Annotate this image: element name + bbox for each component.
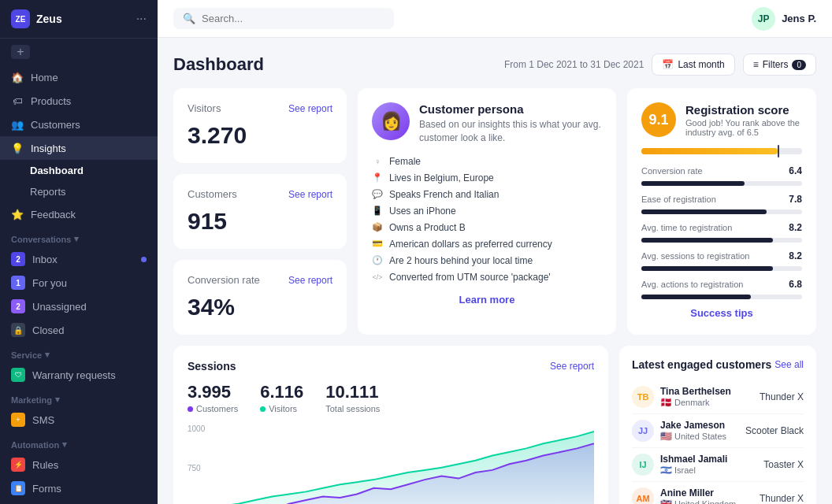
- metric-bar-fill: [641, 181, 745, 186]
- home-icon: 🏠: [11, 71, 24, 83]
- sidebar-item-label: Rules: [32, 459, 58, 471]
- overall-score-fill: [641, 148, 778, 154]
- trait-currency: 💳 American dollars as preferred currency: [372, 239, 602, 250]
- flag-icon: 🇺🇸: [660, 431, 672, 442]
- page-title: Dashboard: [173, 54, 264, 75]
- customer-info: JJ Jake Jameson 🇺🇸United States: [632, 420, 726, 442]
- trait-text: Lives in Belgium, Europe: [389, 172, 494, 183]
- sidebar-item-feedback[interactable]: ⭐ Feedback: [0, 202, 158, 226]
- visitors-stat-label: Visitors: [260, 404, 303, 413]
- conversion-label: Conversion rate: [188, 274, 260, 286]
- sidebar-item-home[interactable]: 🏠 Home: [0, 65, 158, 89]
- subnav-label: Dashboard: [30, 165, 84, 176]
- dashboard-controls: From 1 Dec 2021 to 31 Dec 2021 📅 Last mo…: [504, 54, 816, 76]
- score-metric-row: Avg. actions to registration 6.8: [641, 279, 802, 299]
- customers-label: Customers: [188, 188, 237, 200]
- customers-dot: [188, 406, 193, 412]
- sessions-see-report-link[interactable]: See report: [550, 361, 594, 372]
- topbar: 🔍 JP Jens P.: [158, 0, 832, 38]
- conversations-section-label: Conversations ▾: [0, 226, 158, 247]
- sidebar-item-label: Unassigned: [32, 301, 87, 313]
- sidebar-subnav-dashboard[interactable]: Dashboard: [0, 160, 158, 181]
- inbox-icon: 2: [11, 252, 25, 266]
- sidebar-item-inbox[interactable]: 2 Inbox: [0, 247, 158, 271]
- search-input[interactable]: [202, 13, 384, 24]
- metric-label: Ease of registration: [641, 195, 716, 204]
- sidebar-item-rules[interactable]: ⚡ Rules: [0, 453, 158, 476]
- score-metric-row: Ease of registration 7.8: [641, 194, 802, 214]
- customer-name: Ishmael Jamali: [660, 454, 727, 465]
- timezone-icon: 🕐: [372, 255, 383, 266]
- conversion-see-report-link[interactable]: See report: [288, 275, 332, 286]
- sidebar-item-customers[interactable]: 👥 Customers: [0, 113, 158, 136]
- see-all-link[interactable]: See all: [774, 359, 804, 370]
- chart-y-label-1000: 1000: [188, 424, 205, 433]
- list-item[interactable]: IJ Ishmael Jamali 🇮🇱Israel Toaster X: [632, 448, 804, 482]
- add-button[interactable]: +: [11, 45, 30, 59]
- feedback-icon: ⭐: [11, 208, 24, 220]
- customers-card: Customers See report 915: [173, 174, 347, 249]
- rules-icon: ⚡: [11, 458, 25, 472]
- sidebar-subnav-reports[interactable]: Reports: [0, 181, 158, 202]
- sidebar-item-warranty[interactable]: 🛡 Warranty requests: [0, 363, 158, 387]
- success-tips-link[interactable]: Success tips: [690, 307, 753, 319]
- more-options-icon[interactable]: ···: [136, 12, 147, 26]
- visitors-see-report-link[interactable]: See report: [288, 103, 332, 114]
- sidebar-item-insights[interactable]: 💡 Insights: [0, 136, 158, 160]
- sidebar-item-products[interactable]: 🏷 Products: [0, 89, 158, 113]
- list-item[interactable]: JJ Jake Jameson 🇺🇸United States Scooter …: [632, 414, 804, 448]
- visitors-dot: [260, 406, 266, 412]
- conversion-value: 34%: [188, 294, 332, 321]
- language-icon: 💬: [372, 189, 383, 200]
- inbox-dot: [141, 257, 147, 262]
- customers-stat: 3.995 Customers: [188, 382, 238, 413]
- customers-value: 915: [188, 208, 332, 235]
- flag-icon: 🇩🇰: [660, 397, 672, 408]
- customers-see-report-link[interactable]: See report: [288, 189, 332, 200]
- learn-more-link[interactable]: Learn more: [459, 294, 515, 306]
- trait-gender: ♀ Female: [372, 156, 602, 167]
- persona-title: Customer persona: [419, 102, 602, 116]
- top-cards-row: Visitors See report 3.270 Customers See …: [173, 88, 816, 335]
- sessions-chart: [188, 428, 594, 504]
- sidebar-item-unassigned[interactable]: 2 Unassigned: [0, 295, 158, 318]
- persona-avatar: 👩: [372, 102, 410, 140]
- list-item[interactable]: TB Tina Berthelsen 🇩🇰Denmark Thunder X: [632, 380, 804, 414]
- metric-value: 8.2: [789, 250, 802, 261]
- sidebar-item-label: Home: [31, 72, 58, 83]
- list-item[interactable]: AM Anine Miller 🇬🇧United Kingdom Thunder…: [632, 482, 804, 504]
- last-month-label: Last month: [678, 59, 724, 70]
- score-indicator: [778, 145, 779, 158]
- sidebar-item-label: Forms: [32, 483, 61, 495]
- score-title: Registration score: [685, 103, 802, 117]
- registration-score-card: 9.1 Registration score Good job! You ran…: [627, 88, 816, 335]
- sidebar-item-foryou[interactable]: 1 For you: [0, 271, 158, 295]
- forms-icon: 📋: [11, 481, 25, 495]
- last-month-button[interactable]: 📅 Last month: [652, 54, 734, 76]
- score-metric-row: Conversion rate 6.4: [641, 165, 802, 186]
- persona-traits: ♀ Female 📍 Lives in Belgium, Europe 💬 Sp…: [372, 156, 602, 283]
- app-name: Zeus: [36, 13, 62, 25]
- metric-bar-track: [641, 266, 802, 271]
- trait-utm: </> Converted from UTM source 'package': [372, 272, 602, 283]
- bottom-row: Sessions See report 3.995 Customers 6.11…: [173, 346, 816, 504]
- user-avatar-wrap[interactable]: JP Jens P.: [752, 7, 816, 31]
- search-wrap[interactable]: 🔍: [173, 8, 394, 29]
- gender-icon: ♀: [372, 156, 383, 167]
- persona-footer: Learn more: [372, 294, 602, 306]
- filters-button[interactable]: ≡ Filters 0: [743, 54, 816, 76]
- customer-product: Thunder X: [760, 391, 804, 402]
- trait-text: Speaks French and Italian: [389, 189, 499, 200]
- sidebar-item-sms[interactable]: + SMS: [0, 408, 158, 432]
- sidebar-item-forms[interactable]: 📋 Forms: [0, 476, 158, 500]
- code-icon: </>: [372, 272, 383, 283]
- metric-value: 7.8: [789, 194, 802, 205]
- logo-icon: ZE: [11, 9, 30, 28]
- sidebar-item-closed[interactable]: 🔒 Closed: [0, 318, 158, 342]
- sidebar-item-label: Closed: [32, 324, 64, 336]
- closed-icon: 🔒: [11, 323, 25, 337]
- customer-product: Thunder X: [760, 493, 804, 504]
- filter-icon: ≡: [753, 59, 759, 70]
- metric-label: Avg. actions to registration: [641, 280, 743, 289]
- customer-info: AM Anine Miller 🇬🇧United Kingdom: [632, 487, 736, 504]
